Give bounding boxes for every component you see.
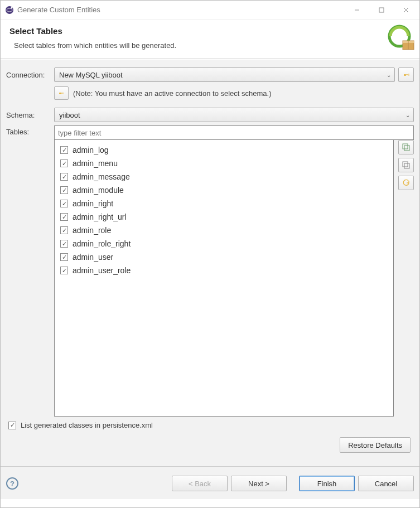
- refresh-tables-button[interactable]: [398, 176, 414, 190]
- eclipse-app-icon: [5, 6, 14, 14]
- list-classes-label: List generated classes in persistence.xm…: [21, 421, 153, 429]
- reconnect-button[interactable]: [54, 86, 69, 100]
- note-text: (Note: You must have an active connectio…: [73, 89, 272, 98]
- table-item[interactable]: ✓admin_module: [57, 183, 391, 197]
- svg-rect-18: [403, 162, 408, 167]
- table-item[interactable]: ✓admin_user_role: [57, 264, 391, 277]
- table-name: admin_role: [73, 226, 111, 235]
- note-row: (Note: You must have an active connectio…: [54, 86, 414, 100]
- minimize-button[interactable]: [345, 2, 369, 18]
- table-item[interactable]: ✓admin_role_right: [57, 237, 391, 250]
- table-name: admin_message: [73, 172, 130, 181]
- window-title: Generate Custom Entities: [17, 6, 345, 14]
- connection-row: Connection: New MySQL yiiboot ⌄: [6, 67, 414, 82]
- deselect-all-icon: [402, 161, 410, 169]
- tables-label: Tables:: [6, 125, 54, 136]
- connection-combo[interactable]: New MySQL yiiboot ⌄: [54, 67, 395, 82]
- table-item[interactable]: ✓admin_role: [57, 224, 391, 237]
- table-item[interactable]: ✓admin_right: [57, 197, 391, 210]
- refresh-icon: [402, 179, 410, 187]
- table-checkbox[interactable]: ✓: [60, 240, 68, 248]
- finish-button[interactable]: Finish: [299, 476, 355, 491]
- connector-icon: [402, 71, 410, 79]
- tables-area: ✓admin_log✓admin_menu✓admin_message✓admi…: [54, 140, 414, 417]
- chevron-down-icon: ⌄: [405, 112, 410, 118]
- table-item[interactable]: ✓admin_user: [57, 250, 391, 264]
- chevron-down-icon: ⌄: [387, 72, 391, 78]
- select-all-icon: [402, 143, 410, 151]
- jpa-entity-icon: [386, 24, 415, 53]
- table-item[interactable]: ✓admin_log: [57, 143, 391, 157]
- table-checkbox[interactable]: ✓: [60, 186, 68, 194]
- refresh-connector-icon: [57, 89, 65, 97]
- window-controls: [345, 2, 418, 18]
- table-checkbox[interactable]: ✓: [60, 226, 68, 234]
- table-item[interactable]: ✓admin_menu: [57, 157, 391, 170]
- list-classes-checkbox[interactable]: ✓: [8, 422, 16, 429]
- help-button[interactable]: ?: [6, 477, 18, 490]
- svg-rect-11: [404, 74, 406, 76]
- table-checkbox[interactable]: ✓: [60, 173, 68, 181]
- next-button[interactable]: Next >: [231, 476, 287, 491]
- table-checkbox[interactable]: ✓: [60, 159, 68, 167]
- page-title: Select Tables: [9, 26, 411, 36]
- wizard-button-bar: ? < Back Next > Finish Cancel: [1, 466, 419, 499]
- svg-point-2: [11, 7, 13, 8]
- table-name: admin_module: [73, 186, 124, 195]
- schema-value: yiiboot: [59, 111, 80, 119]
- connection-label: Connection:: [6, 71, 54, 79]
- table-name: admin_right: [73, 199, 113, 208]
- table-item[interactable]: ✓admin_message: [57, 170, 391, 183]
- table-item[interactable]: ✓admin_right_url: [57, 210, 391, 224]
- table-side-buttons: [398, 140, 414, 190]
- restore-row: Restore Defaults: [6, 437, 414, 461]
- wizard-header: Select Tables Select tables from which e…: [1, 20, 419, 59]
- filter-input[interactable]: [54, 125, 414, 140]
- title-bar: Generate Custom Entities: [1, 1, 419, 20]
- svg-rect-4: [379, 8, 384, 12]
- table-name: admin_right_url: [73, 212, 127, 221]
- list-classes-row: ✓ List generated classes in persistence.…: [6, 417, 414, 437]
- table-name: admin_menu: [73, 159, 118, 168]
- table-checkbox[interactable]: ✓: [60, 267, 68, 274]
- table-name: admin_user: [73, 253, 113, 262]
- cancel-button[interactable]: Cancel: [358, 476, 414, 491]
- tables-list[interactable]: ✓admin_log✓admin_menu✓admin_message✓admi…: [54, 140, 394, 417]
- table-name: admin_role_right: [73, 239, 131, 248]
- table-name: admin_log: [73, 146, 109, 154]
- tables-row: Tables:: [6, 125, 414, 140]
- page-subtitle: Select tables from which entities will b…: [9, 41, 411, 50]
- svg-rect-16: [403, 144, 408, 149]
- svg-rect-15: [59, 93, 61, 94]
- schema-combo[interactable]: yiiboot ⌄: [54, 108, 414, 122]
- new-connection-button[interactable]: [398, 67, 414, 82]
- connection-value: New MySQL yiiboot: [59, 71, 123, 79]
- table-checkbox[interactable]: ✓: [60, 213, 68, 221]
- table-checkbox[interactable]: ✓: [60, 146, 68, 154]
- wizard-buttons: < Back Next > Finish Cancel: [172, 476, 414, 491]
- table-checkbox[interactable]: ✓: [60, 200, 68, 207]
- schema-label: Schema:: [6, 111, 54, 119]
- deselect-all-button[interactable]: [398, 158, 414, 172]
- svg-rect-19: [404, 163, 409, 168]
- svg-rect-17: [404, 146, 409, 151]
- wizard-content: Connection: New MySQL yiiboot ⌄: [1, 59, 419, 466]
- select-all-button[interactable]: [398, 140, 414, 154]
- schema-row: Schema: yiiboot ⌄: [6, 108, 414, 122]
- table-name: admin_user_role: [73, 266, 131, 275]
- table-checkbox[interactable]: ✓: [60, 253, 68, 261]
- maximize-button[interactable]: [369, 2, 394, 18]
- restore-defaults-button[interactable]: Restore Defaults: [340, 437, 411, 453]
- back-button[interactable]: < Back: [172, 476, 228, 491]
- close-button[interactable]: [394, 2, 418, 18]
